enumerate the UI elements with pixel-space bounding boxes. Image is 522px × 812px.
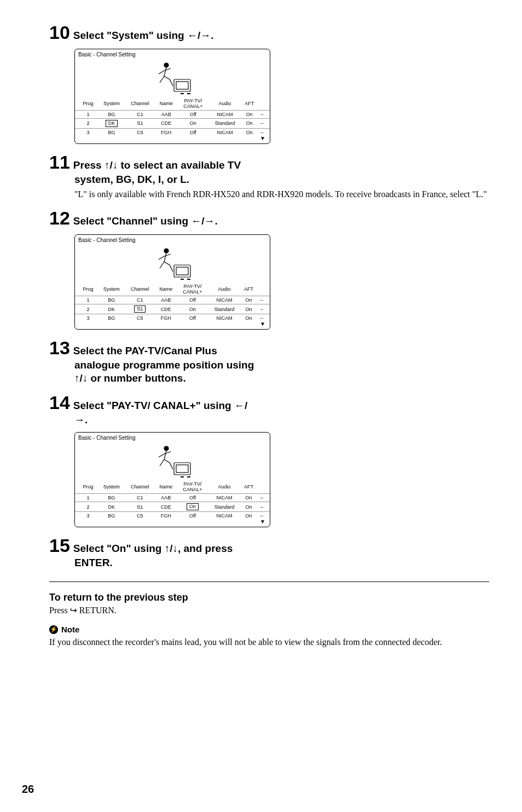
table-cell: Standard: [208, 119, 241, 129]
table-row: 1BGC1AABOffNICAMOn–: [75, 111, 270, 119]
screenshot-title: Basic - Channel Setting: [75, 49, 270, 57]
step-head: 11 Press ↑/↓ to select an available TV: [49, 152, 489, 173]
table-cell: Standard: [208, 502, 241, 512]
table-cell: On: [240, 494, 257, 502]
table-header: PAY-TV/CANAL+: [177, 480, 208, 494]
table-header: Prog: [75, 97, 98, 111]
text: Select "System" using: [73, 30, 187, 41]
step-15: 15 Select "On" using ↑/↓, and press ENTE…: [49, 535, 489, 569]
step-title: Select "Channel" using ←/→.: [73, 215, 218, 228]
channel-table: ProgSystemChannelNamePAY-TV/CANAL+AudioA…: [75, 480, 270, 520]
scroll-down-indicator-icon: ▼: [75, 519, 270, 526]
table-header: Audio: [208, 97, 241, 111]
table-cell: On: [177, 502, 208, 512]
table-cell: C1: [125, 296, 154, 304]
screenshot-graphic: [75, 243, 270, 283]
table-cell: Off: [177, 111, 208, 119]
table-cell: NICAM: [208, 494, 241, 502]
note-section: ⚡ Note If you disconnect the recorder's …: [49, 625, 489, 648]
table-header: PAY-TV/CANAL+: [177, 283, 208, 296]
table-cell: DK: [98, 502, 125, 512]
step-head: 13 Select the PAY-TV/Canal Plus: [49, 337, 489, 359]
table-cell: 1: [75, 111, 98, 119]
table-header: Channel: [125, 97, 155, 111]
return-section: To return to the previous step Press ↩ R…: [49, 592, 489, 617]
return-heading: To return to the previous step: [49, 592, 489, 603]
text: , and press: [178, 543, 233, 554]
table-cell: BG: [98, 296, 125, 304]
step-body: "L" is only available with French RDR-HX…: [74, 188, 489, 200]
table-cell: Off: [177, 494, 208, 502]
step-head: 14 Select "PAY-TV/ CANAL+" using ←/: [49, 392, 489, 413]
up-down-arrow-icon: ↑/↓: [165, 543, 178, 554]
table-cell: CDE: [155, 502, 177, 512]
table-row: 2DKS1CDEOnStandardOn--: [75, 502, 270, 512]
table-cell: On: [240, 502, 257, 512]
note-label: Note: [61, 625, 79, 634]
table-cell: On: [241, 119, 258, 129]
table-cell: NICAM: [208, 296, 241, 304]
table-header: Audio: [208, 283, 241, 296]
table-cell: 2: [75, 119, 98, 129]
step-number: 11: [49, 152, 70, 173]
text: .: [215, 215, 218, 227]
table-cell: On: [240, 296, 257, 304]
table-cell: 2: [75, 502, 98, 512]
table-cell: C1: [125, 494, 154, 502]
table-cell: --: [257, 304, 270, 314]
table-header: PAY-TV/CANAL+: [177, 97, 208, 111]
table-cell: S1: [125, 502, 154, 512]
table-header: [257, 480, 270, 494]
channel-table: ProgSystemChannelNamePAY-TV/CANAL+AudioA…: [75, 97, 270, 136]
table-cell: CDE: [155, 304, 177, 314]
table-cell: AAB: [155, 111, 177, 119]
text: Select "PAY-TV/ CANAL+" using: [73, 400, 234, 411]
page-number: 26: [22, 783, 34, 796]
table-header: Audio: [208, 480, 241, 494]
table-cell: NICAM: [208, 111, 241, 119]
table-header: Prog: [75, 480, 98, 494]
svg-rect-5: [176, 267, 188, 275]
svg-rect-2: [176, 82, 188, 89]
screenshot-graphic: [75, 57, 270, 97]
svg-rect-8: [176, 465, 188, 473]
up-down-arrow-icon: ↑/↓: [105, 159, 118, 171]
table-cell: DK: [98, 304, 125, 314]
table-cell: –: [258, 111, 270, 119]
table-cell: BG: [98, 111, 125, 119]
step-title: Select "PAY-TV/ CANAL+" using ←/: [73, 399, 247, 412]
table-header: Name: [155, 480, 177, 494]
table-cell: 2: [75, 304, 98, 314]
text: or number buttons.: [88, 372, 185, 384]
note-icon: ⚡: [49, 625, 58, 634]
svg-point-6: [164, 446, 169, 451]
step-13: 13 Select the PAY-TV/Canal Plus analogue…: [49, 337, 489, 385]
table-row: 1BGC1AABOffNICAMOn--: [75, 494, 270, 502]
table-cell: DK: [98, 119, 125, 129]
step-subtitle: system, BG, DK, I, or L.: [74, 173, 489, 186]
note-heading: ⚡ Note: [49, 625, 489, 634]
table-header: Prog: [75, 283, 98, 296]
table-cell: BG: [98, 494, 125, 502]
text: Press: [73, 159, 105, 171]
table-cell: C1: [125, 111, 155, 119]
step-subtitle: ↑/↓ or number buttons.: [74, 372, 489, 385]
table-cell: S1: [125, 304, 154, 314]
table-cell: On: [177, 304, 208, 314]
step-title: Select "System" using ←/→.: [73, 29, 214, 42]
table-row: 2DKS1CDEOnStandardOn–: [75, 119, 270, 129]
table-cell: --: [257, 502, 270, 512]
step-number: 13: [49, 337, 70, 359]
step-subtitle: analogue programme position using: [74, 359, 489, 372]
table-header: Channel: [125, 480, 154, 494]
step-number: 14: [49, 392, 70, 413]
channel-setting-screenshot-1: Basic - Channel Setting ProgSystemChanne…: [74, 49, 270, 144]
table-row: 2DKS1CDEOnStandardOn--: [75, 304, 270, 314]
step-11: 11 Press ↑/↓ to select an available TV s…: [49, 152, 489, 200]
right-arrow-icon: →: [74, 414, 85, 425]
table-header: System: [98, 97, 125, 111]
table-header: Channel: [125, 283, 154, 296]
text: to select an available TV: [118, 159, 241, 171]
step-number: 12: [49, 208, 70, 229]
left-right-arrow-icon: ←/→: [191, 215, 214, 227]
